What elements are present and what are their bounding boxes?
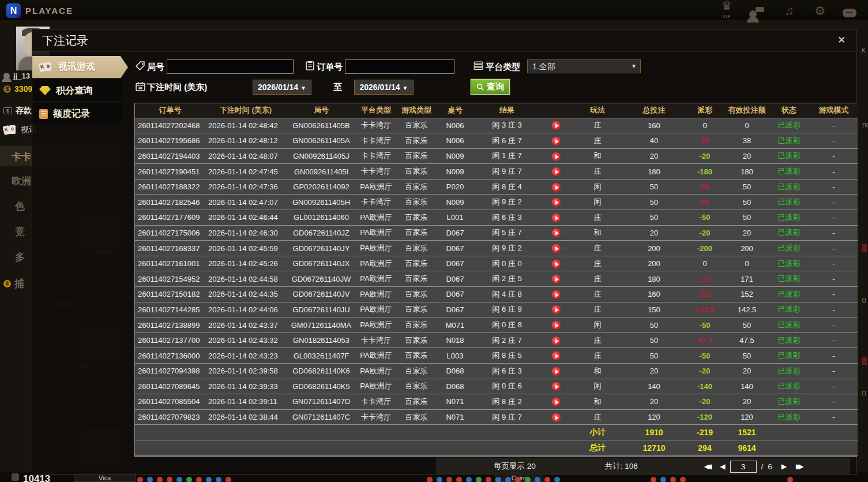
bead-dot — [206, 477, 212, 482]
table-row[interactable]: 2601140271388992026-01-14 02:43:37GM0712… — [135, 317, 858, 333]
playace-logo[interactable]: N — [6, 3, 21, 18]
deposit-row[interactable]: $ 存款 — [3, 106, 32, 116]
replay-play-icon[interactable] — [552, 260, 561, 268]
close-icon[interactable]: ✕ — [835, 34, 848, 47]
table-row[interactable]: 2601140271610012026-01-14 02:45:26GD0672… — [135, 256, 858, 271]
bead-dot — [660, 477, 666, 482]
sidebar-item-fish[interactable]: ¢ 捕 — [3, 277, 24, 290]
table-header-row: 订单号下注时间 (美东)局号平台类型游戏类型桌号结果玩法总投注派彩有效投注额状态… — [135, 103, 858, 118]
table-row[interactable]: 2601140271442852026-01-14 02:44:06GD0672… — [135, 302, 858, 317]
replay-play-icon[interactable] — [552, 352, 561, 360]
bet-time-label: 下注时间 (美东) — [147, 82, 207, 93]
table-no: N009 — [437, 195, 473, 210]
replay-play-icon[interactable] — [552, 198, 561, 207]
order-input[interactable] — [345, 59, 454, 74]
replay-play-icon[interactable] — [552, 290, 561, 299]
result: 闲 1 庄 7 — [473, 148, 541, 164]
bg-edge-mark — [862, 244, 867, 252]
result: 闲 6 庄 9 — [473, 302, 541, 317]
replay-play-icon[interactable] — [552, 337, 561, 345]
replay-play-icon[interactable] — [552, 183, 561, 192]
replay-play-icon[interactable] — [552, 214, 561, 222]
music-icon[interactable]: ♫ — [780, 3, 798, 19]
table-no: D068 — [437, 364, 473, 379]
replay-play-icon[interactable] — [552, 152, 561, 161]
chat-bubble-icon[interactable]: ••• — [843, 5, 860, 17]
payout: 0 — [684, 118, 726, 133]
tab-points-query[interactable]: 积分查询 — [32, 80, 122, 102]
sidebar-item-kaka[interactable]: 卡卡 — [12, 150, 31, 163]
table-row[interactable]: 2601140271501822026-01-14 02:44:35GD0672… — [135, 287, 858, 302]
table-row[interactable]: 2601140271549522026-01-14 02:44:58GD0672… — [135, 271, 858, 287]
table-row[interactable]: 2601140271944032026-01-14 02:48:07GN0092… — [135, 148, 858, 164]
bead-dot — [437, 477, 442, 482]
replay-play-icon[interactable] — [552, 167, 561, 176]
replay-play-icon[interactable] — [552, 398, 561, 406]
platform-select[interactable]: 1.全部 ▼ — [527, 59, 641, 73]
support-chat-icon[interactable] — [749, 5, 766, 18]
bet-type: 庄 — [571, 302, 624, 317]
game-type: 百家乐 — [396, 317, 437, 333]
table-row[interactable]: 2601140271750062026-01-14 02:46:30GD0672… — [135, 225, 858, 241]
replay-play-icon[interactable] — [552, 382, 561, 391]
payout: 171 — [684, 271, 726, 287]
bet-time: 2026-01-14 02:48:42 — [205, 118, 286, 133]
replay-play-icon[interactable] — [552, 305, 561, 314]
page-separator: / — [761, 462, 764, 471]
replay-play-icon[interactable] — [552, 229, 561, 237]
replay-play-icon[interactable] — [552, 137, 561, 145]
sidebar-item-se[interactable]: 色 — [15, 200, 25, 213]
page-input[interactable]: 3 — [730, 461, 757, 473]
table-row[interactable]: 2601140271883222026-01-14 02:47:36GP0202… — [135, 179, 858, 195]
vip-icon[interactable]: ♛VIP — [718, 0, 735, 25]
table-row[interactable]: 2601140270896452026-01-14 02:39:33GD0682… — [135, 379, 858, 394]
tab-credit-records[interactable]: 额度记录 — [32, 103, 122, 125]
replay-play-icon[interactable] — [552, 413, 561, 422]
last-page-icon[interactable]: ▶▶ — [796, 462, 803, 470]
table-row[interactable]: 2601140271825462026-01-14 02:47:07GN0092… — [135, 195, 858, 210]
bet-type: 和 — [571, 394, 624, 410]
payout: -140 — [684, 379, 726, 394]
table-row[interactable]: 2601140270855042026-01-14 02:39:11GN0712… — [135, 394, 858, 410]
bead-dot — [680, 477, 686, 482]
table-row[interactable]: 2601140271956862026-01-14 02:48:12GN0062… — [135, 133, 858, 149]
table-row[interactable]: 2601140271377002026-01-14 02:43:32GN0182… — [135, 332, 858, 348]
prev-page-icon[interactable]: ◀ — [720, 462, 725, 470]
empty-cell — [396, 425, 437, 440]
empty-cell — [356, 440, 396, 455]
search-button[interactable]: 查询 — [471, 79, 510, 95]
replay-cell — [541, 133, 571, 149]
column-header: 下注时间 (美东) — [205, 103, 286, 118]
sidebar-item-europe[interactable]: 欧洲 — [12, 174, 31, 188]
settings-gear-icon[interactable]: ⚙ — [811, 3, 829, 19]
payout: 47.5 — [684, 332, 726, 348]
round-input[interactable] — [167, 59, 294, 74]
bead-dot — [525, 477, 531, 482]
sidebar-item-duo[interactable]: 多 — [15, 251, 25, 264]
bead-dot — [427, 477, 433, 482]
replay-play-icon[interactable] — [552, 367, 561, 376]
next-page-icon[interactable]: ▶ — [781, 462, 787, 470]
grand-total-valid-bet: 9614 — [726, 440, 768, 455]
replay-play-icon[interactable] — [552, 121, 561, 130]
table-row[interactable]: 2601140271776092026-01-14 02:46:44GL0012… — [135, 210, 858, 226]
table-row[interactable]: 2601140271360002026-01-14 02:43:23GL0032… — [135, 348, 858, 364]
replay-play-icon[interactable] — [552, 275, 561, 283]
replay-play-icon[interactable] — [552, 244, 561, 253]
first-page-icon[interactable]: ◀◀ — [704, 462, 712, 470]
game-mode: - — [810, 133, 858, 149]
date-from-select[interactable]: 2026/01/14▼ — [253, 80, 311, 95]
date-to-select[interactable]: 2026/01/14▼ — [354, 80, 414, 95]
table-row[interactable]: 2601140272024682026-01-14 02:48:42GN0062… — [135, 118, 858, 133]
result: 闲 0 庄 8 — [473, 317, 541, 333]
replay-play-icon[interactable] — [552, 321, 561, 330]
tab-video-games[interactable]: K9 视讯游戏 — [32, 56, 128, 79]
sidebar-item-jing[interactable]: 竞 — [15, 225, 25, 238]
table-row[interactable]: 2601140270943982026-01-14 02:39:58GD0682… — [135, 364, 858, 379]
status-badge: 已派彩 — [768, 302, 810, 317]
table-row[interactable]: 2601140271683372026-01-14 02:45:59GD0672… — [135, 241, 858, 256]
bet-type: 庄 — [571, 210, 624, 226]
table-row[interactable]: 2601140270798232026-01-14 02:38:44GN0712… — [135, 409, 858, 425]
table-row[interactable]: 2601140271904512026-01-14 02:47:45GN0092… — [135, 164, 858, 180]
grand-total-label: 总计 — [571, 440, 624, 455]
